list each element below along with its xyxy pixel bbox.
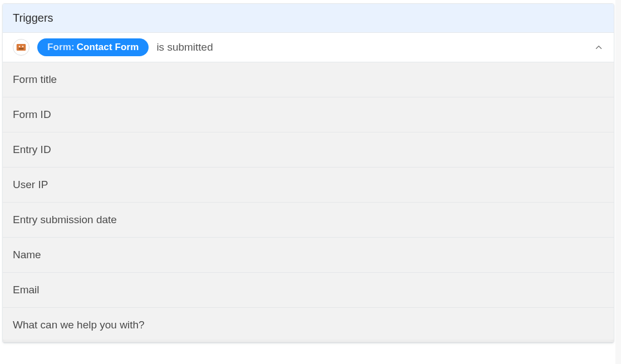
wpforms-icon	[13, 39, 29, 56]
field-list: Form title Form ID Entry ID User IP Entr…	[3, 62, 614, 343]
svg-point-2	[22, 46, 23, 47]
field-label: What can we help you with?	[13, 319, 145, 331]
list-item[interactable]: Entry ID	[3, 132, 614, 168]
list-item[interactable]: User IP	[3, 168, 614, 203]
field-label: Entry ID	[13, 144, 51, 155]
field-label: Entry submission date	[13, 214, 117, 225]
list-item[interactable]: Form ID	[3, 97, 614, 132]
pill-prefix: Form:	[47, 42, 75, 53]
field-label: Form title	[13, 73, 57, 85]
trigger-row[interactable]: Form: Contact Form is submitted	[3, 33, 614, 62]
svg-rect-0	[17, 44, 26, 51]
list-item[interactable]: Form title	[3, 62, 614, 97]
triggers-panel: Triggers Form: Contact Form is submitted…	[2, 3, 614, 343]
section-header: Triggers	[3, 4, 614, 33]
section-title: Triggers	[13, 12, 53, 24]
list-item[interactable]: What can we help you with?	[3, 308, 614, 343]
trigger-suffix: is submitted	[156, 41, 213, 53]
field-label: Form ID	[13, 109, 51, 120]
pill-form-name: Contact Form	[77, 42, 139, 53]
collapse-toggle[interactable]	[594, 42, 604, 52]
svg-rect-3	[19, 48, 24, 50]
field-label: User IP	[13, 179, 48, 190]
list-item[interactable]: Name	[3, 238, 614, 273]
scrollbar-track[interactable]	[615, 0, 621, 364]
list-item[interactable]: Entry submission date	[3, 203, 614, 238]
chevron-up-icon	[594, 42, 604, 52]
field-label: Email	[13, 284, 40, 296]
list-item[interactable]: Email	[3, 273, 614, 308]
field-label: Name	[13, 249, 41, 260]
form-pill[interactable]: Form: Contact Form	[37, 38, 149, 56]
svg-point-1	[19, 46, 20, 47]
